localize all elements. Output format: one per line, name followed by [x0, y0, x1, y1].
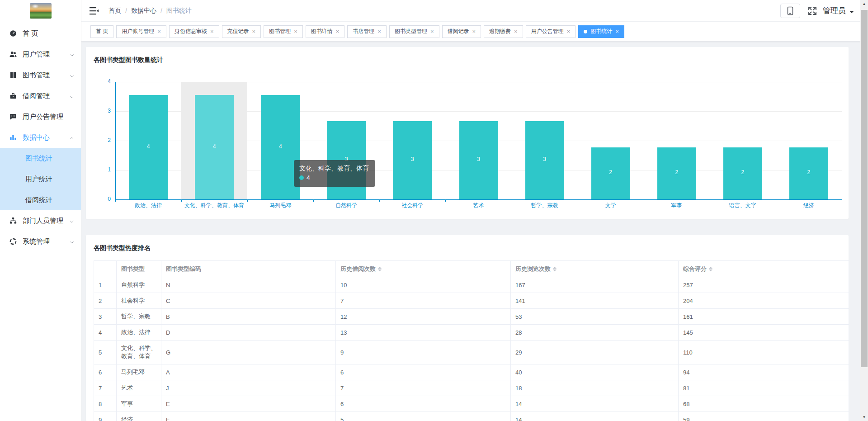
tab-bookstore-management[interactable]: 书店管理× [347, 25, 387, 38]
table-cell: 14 [511, 396, 679, 412]
chart-bar-value-label: 4 [195, 143, 234, 150]
table-cell: 马列毛邓 [117, 364, 161, 380]
column-header-inner: 图书类型编码 [166, 265, 331, 273]
user-menu[interactable]: 管理员 [823, 5, 846, 16]
scrollbar-thumb[interactable] [861, 10, 868, 367]
breadcrumb-data-center[interactable]: 数据中心 [131, 7, 156, 15]
tab-close-icon[interactable]: × [514, 28, 518, 34]
sidebar-item-label: 首 页 [23, 29, 75, 38]
chart-bar-value-label: 4 [129, 143, 168, 150]
tab-close-icon[interactable]: × [294, 28, 297, 34]
tab-close-icon[interactable]: × [336, 28, 340, 34]
column-header-inner: 综合评分 [683, 265, 844, 273]
mobile-preview-button[interactable] [780, 4, 800, 18]
tab-announcement-management[interactable]: 用户公告管理× [526, 25, 576, 38]
tab-close-icon[interactable]: × [157, 28, 161, 34]
table-cell: 5 [94, 341, 117, 364]
sort-ascending-icon[interactable] [709, 265, 712, 269]
sidebar-item-label: 系统管理 [23, 237, 69, 246]
logo-image [30, 3, 52, 19]
tab-recharge-records[interactable]: 充值记录× [222, 25, 261, 38]
y-axis-tick-label: 0 [93, 196, 111, 202]
column-header-历史借阅次数[interactable]: 历史借阅次数 [336, 261, 511, 277]
tab-close-icon[interactable]: × [472, 28, 476, 34]
table-cell: 自然科学 [117, 277, 161, 293]
table-cell: 6 [336, 364, 511, 380]
tab-label: 逾期缴费 [489, 28, 511, 35]
sidebar-item-user-management[interactable]: 用户管理 [0, 44, 81, 65]
sidebar-item-label: 用户管理 [23, 50, 69, 59]
table-cell: G [161, 341, 336, 364]
table-cell: B [161, 309, 336, 325]
sidebar-item-user-stats[interactable]: 用户统计 [0, 169, 81, 189]
sidebar-item-system-management[interactable]: 系统管理 [0, 231, 81, 252]
book-icon [9, 71, 17, 79]
tab-identity-review[interactable]: 身份信息审核× [169, 25, 219, 38]
tooltip-value: 4 [307, 174, 310, 181]
table-cell: N [161, 277, 336, 293]
chart-bar-value-label: 2 [591, 169, 630, 175]
table-cell: 1 [94, 277, 117, 293]
tab-overdue-payment[interactable]: 逾期缴费× [484, 25, 523, 38]
page-scrollbar[interactable]: ▲ ▼ [860, 0, 868, 421]
tab-close-icon[interactable]: × [252, 28, 256, 34]
sidebar-subitem-label: 借阅统计 [25, 196, 52, 204]
x-category-label: 马列毛邓 [247, 202, 313, 209]
scrollbar-down-arrow-icon[interactable]: ▼ [860, 413, 868, 421]
table-row: 3哲学、宗教B1253161 [94, 309, 849, 325]
sort-ascending-icon[interactable] [553, 265, 557, 269]
tab-close-icon[interactable]: × [210, 28, 214, 34]
scrollbar-up-arrow-icon[interactable]: ▲ [860, 0, 868, 8]
x-category-label: 经济 [776, 202, 842, 209]
sidebar-item-home[interactable]: 首 页 [0, 23, 81, 44]
sort-icon[interactable] [709, 265, 712, 273]
tab-borrow-records[interactable]: 借阅记录× [442, 25, 481, 38]
column-header-历史浏览次数[interactable]: 历史浏览次数 [511, 261, 679, 277]
tab-book-management[interactable]: 图书管理× [264, 25, 303, 38]
tab-label: 图书详情 [311, 28, 333, 35]
tab-book-stats[interactable]: 图书统计× [578, 25, 624, 38]
tooltip-category: 文化、科学、教育、体育 [299, 164, 369, 173]
user-caret-icon[interactable] [849, 11, 854, 15]
tab-book-detail[interactable]: 图书详情× [306, 25, 345, 38]
sidebar-collapse-icon[interactable] [90, 6, 99, 15]
breadcrumb-home[interactable]: 首页 [108, 7, 121, 15]
fullscreen-icon[interactable] [807, 6, 817, 16]
sort-icon[interactable] [553, 265, 557, 273]
sidebar-item-data-center[interactable]: 数据中心 [0, 127, 81, 148]
sidebar-item-department-management[interactable]: 部门人员管理 [0, 210, 81, 231]
sort-descending-icon[interactable] [709, 270, 712, 273]
table-cell: F [161, 412, 336, 421]
tab-close-icon[interactable]: × [567, 28, 571, 34]
tab-label: 首 页 [96, 28, 108, 35]
tab-close-icon[interactable]: × [615, 28, 619, 34]
sort-descending-icon[interactable] [378, 270, 382, 273]
sort-ascending-icon[interactable] [378, 265, 382, 269]
chevron-up-icon [69, 135, 75, 140]
chart-bar-value-label: 2 [723, 169, 762, 175]
table-cell: 68 [679, 396, 849, 412]
sidebar-item-borrow-management[interactable]: 借阅管理 [0, 85, 81, 106]
sidebar-item-borrow-stats[interactable]: 借阅统计 [0, 189, 81, 210]
column-header-综合评分[interactable]: 综合评分 [679, 261, 849, 277]
table-cell: 81 [679, 380, 849, 396]
table-cell: 政治、法律 [117, 325, 161, 341]
tab-book-type-management[interactable]: 图书类型管理× [389, 25, 439, 38]
sidebar-item-book-management[interactable]: 图书管理 [0, 65, 81, 85]
tab-close-icon[interactable]: × [377, 28, 381, 34]
table-cell: 28 [511, 325, 679, 341]
sidebar-subitem-label: 图书统计 [25, 154, 52, 163]
sort-icon[interactable] [378, 265, 382, 273]
y-axis-tick-label: 4 [93, 78, 111, 85]
y-axis-line [115, 82, 116, 199]
x-axis-line [115, 199, 842, 200]
users-icon [9, 50, 17, 58]
sort-descending-icon[interactable] [553, 270, 557, 273]
tab-home[interactable]: 首 页 [90, 25, 113, 38]
tab-close-icon[interactable]: × [430, 28, 434, 34]
sidebar-item-book-stats[interactable]: 图书统计 [0, 148, 81, 169]
table-cell: C [161, 293, 336, 309]
sidebar-item-announcement-management[interactable]: 用户公告管理 [0, 106, 81, 127]
tab-user-account-management[interactable]: 用户账号管理× [116, 25, 166, 38]
x-category-label: 文学 [578, 202, 644, 209]
